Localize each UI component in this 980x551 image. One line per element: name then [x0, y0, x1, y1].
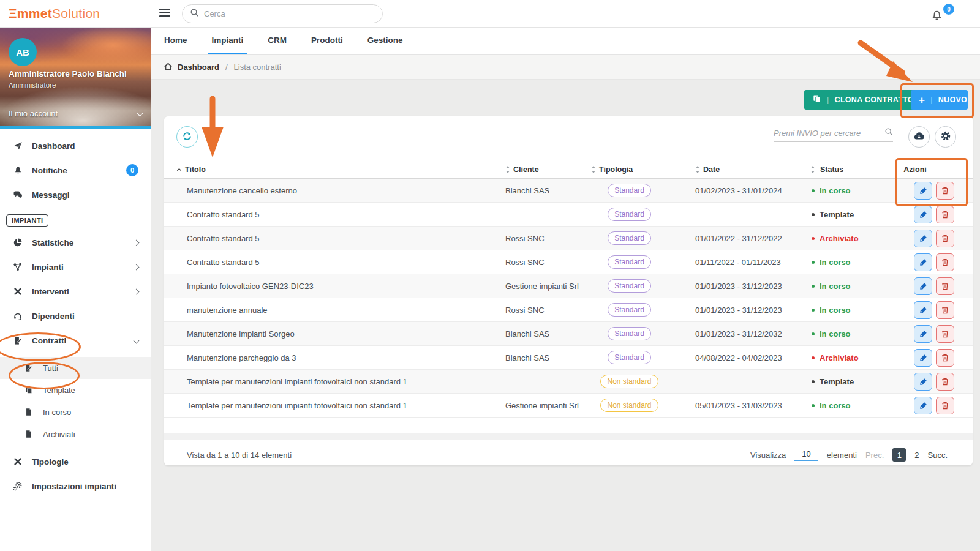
column-header-date[interactable]: Date — [668, 165, 787, 174]
edit-button[interactable] — [914, 206, 932, 223]
cell-azioni — [876, 349, 954, 367]
sidebar-section-impianti: IMPIANTI — [6, 214, 48, 227]
tab-home[interactable]: Home — [160, 28, 191, 54]
table-search-input[interactable] — [774, 129, 884, 138]
delete-button[interactable] — [936, 349, 954, 367]
status-dot — [812, 404, 815, 407]
table-row[interactable]: Manutenzione parcheggio da 3 Bianchi SAS… — [164, 346, 973, 370]
global-search[interactable] — [182, 4, 383, 23]
table-row[interactable]: Template per manutenzioni impianti fotov… — [164, 394, 973, 418]
tab-impianti[interactable]: Impianti — [208, 28, 247, 54]
edit-button[interactable] — [914, 373, 932, 391]
edit-button[interactable] — [914, 397, 932, 414]
status-label: In corso — [820, 305, 851, 315]
sidebar-item-contratti-in-corso[interactable]: In corso — [0, 401, 151, 423]
edit-button[interactable] — [914, 349, 932, 367]
sidebar-item-notifiche[interactable]: Notifiche 0 — [0, 158, 151, 182]
column-header-status[interactable]: Status — [787, 165, 876, 174]
sidebar-item-contratti-archiviati[interactable]: Archiviati — [0, 423, 151, 445]
next-page-button[interactable]: Succ. — [927, 451, 948, 460]
delete-button[interactable] — [936, 182, 954, 200]
sidebar-item-messaggi[interactable]: Messaggi — [0, 182, 151, 207]
pen-icon — [919, 210, 928, 219]
cell-cliente: Gestione impianti Srl — [505, 282, 591, 291]
sidebar-item-interventi[interactable]: Interventi — [0, 279, 151, 304]
status-dot — [812, 332, 815, 335]
clone-contract-button[interactable]: |CLONA CONTRATTO — [804, 90, 922, 110]
avatar[interactable]: AB — [9, 38, 37, 66]
hamburger-menu-icon[interactable] — [159, 9, 170, 18]
page-button-2[interactable]: 2 — [914, 451, 919, 460]
delete-button[interactable] — [936, 253, 954, 271]
sidebar-item-dashboard[interactable]: Dashboard — [0, 133, 151, 158]
table-row[interactable]: manutenzione annuale Rossi SNC Standard … — [164, 298, 973, 322]
edit-button[interactable] — [914, 230, 932, 247]
cell-titolo: manutenzione annuale — [176, 305, 505, 315]
delete-button[interactable] — [936, 206, 954, 223]
delete-button[interactable] — [936, 325, 954, 343]
sidebar-item-contratti[interactable]: Contratti — [0, 328, 151, 353]
table-settings-button[interactable] — [935, 126, 956, 148]
cell-cliente: Rossi SNC — [505, 305, 591, 315]
column-header-cliente[interactable]: Cliente — [505, 165, 591, 174]
table-search[interactable] — [774, 127, 893, 142]
column-label: Cliente — [513, 165, 539, 174]
column-header-titolo[interactable]: Titolo — [176, 165, 505, 174]
chat-icon — [12, 190, 23, 200]
table-row[interactable]: Template per manutenzioni impianti fotov… — [164, 370, 973, 394]
sidebar-item-contratti-template[interactable]: Template — [0, 379, 151, 401]
table-row[interactable]: Impianto fotovoltaico GEN23-DIC23 Gestio… — [164, 274, 973, 298]
edit-button[interactable] — [914, 301, 932, 319]
table-row[interactable]: Manutenzione cancello esterno Bianchi SA… — [164, 179, 973, 203]
prev-page-button[interactable]: Prec. — [865, 451, 884, 460]
page-size-select[interactable]: 10 — [794, 449, 818, 461]
page-button-1[interactable]: 1 — [892, 448, 906, 462]
cell-tipologia: Standard — [591, 208, 668, 221]
tab-gestione[interactable]: Gestione — [364, 28, 407, 54]
refresh-button[interactable] — [176, 126, 198, 148]
delete-button[interactable] — [936, 301, 954, 319]
breadcrumb-dashboard[interactable]: Dashboard — [178, 62, 219, 72]
notifications-button[interactable]: 0 — [930, 4, 954, 24]
export-button[interactable] — [908, 126, 930, 148]
tab-crm[interactable]: CRM — [264, 28, 290, 54]
sidebar-item-statistiche[interactable]: Statistiche — [0, 230, 151, 255]
gear-icon — [940, 130, 951, 143]
sidebar-item-impianti[interactable]: Impianti — [0, 255, 151, 279]
delete-button[interactable] — [936, 373, 954, 391]
sidebar-item-impostazioni-impianti[interactable]: Impostazioni impianti — [0, 474, 151, 498]
sidebar-item-label: Messaggi — [32, 190, 138, 200]
new-contract-button[interactable]: + |NUOVO — [911, 90, 968, 110]
cell-azioni — [876, 277, 954, 295]
my-account-toggle[interactable]: Il mio account — [9, 109, 142, 118]
table-row[interactable]: Contratto standard 5 Rossi SNC Standard … — [164, 250, 973, 274]
trash-icon — [941, 377, 949, 386]
delete-button[interactable] — [936, 277, 954, 295]
sidebar-item-tipologie[interactable]: Tipologie — [0, 449, 151, 474]
trash-icon — [941, 305, 949, 315]
table-row[interactable]: Contratto standard 5 Rossi SNC Standard … — [164, 227, 973, 250]
tab-prodotti[interactable]: Prodotti — [307, 28, 347, 54]
edit-button[interactable] — [914, 253, 932, 271]
global-search-input[interactable] — [204, 9, 375, 18]
cell-titolo: Manutenzione impianti Sorgeo — [176, 329, 505, 339]
cell-date: 01/02/2023 - 31/01/2024 — [668, 186, 787, 195]
status-label: In corso — [820, 186, 851, 195]
pen-icon — [919, 401, 928, 410]
cell-azioni — [876, 206, 954, 223]
edit-button[interactable] — [914, 325, 932, 343]
delete-button[interactable] — [936, 230, 954, 247]
edit-button[interactable] — [914, 277, 932, 295]
edit-button[interactable] — [914, 182, 932, 200]
pie-chart-icon — [12, 238, 23, 247]
sidebar-item-contratti-tutti[interactable]: Tutti — [0, 357, 151, 379]
cell-status: In corso — [787, 305, 876, 315]
document-pen-icon — [23, 364, 34, 372]
column-header-tipologia[interactable]: Tipologia — [591, 165, 668, 174]
tipologia-badge: Standard — [608, 255, 651, 269]
delete-button[interactable] — [936, 397, 954, 414]
horizontal-scrollbar[interactable] — [164, 433, 973, 440]
sidebar-item-dipendenti[interactable]: Dipendenti — [0, 304, 151, 328]
table-row[interactable]: Manutenzione impianti Sorgeo Bianchi SAS… — [164, 322, 973, 346]
table-row[interactable]: Contratto standard 5 Standard Template — [164, 203, 973, 227]
